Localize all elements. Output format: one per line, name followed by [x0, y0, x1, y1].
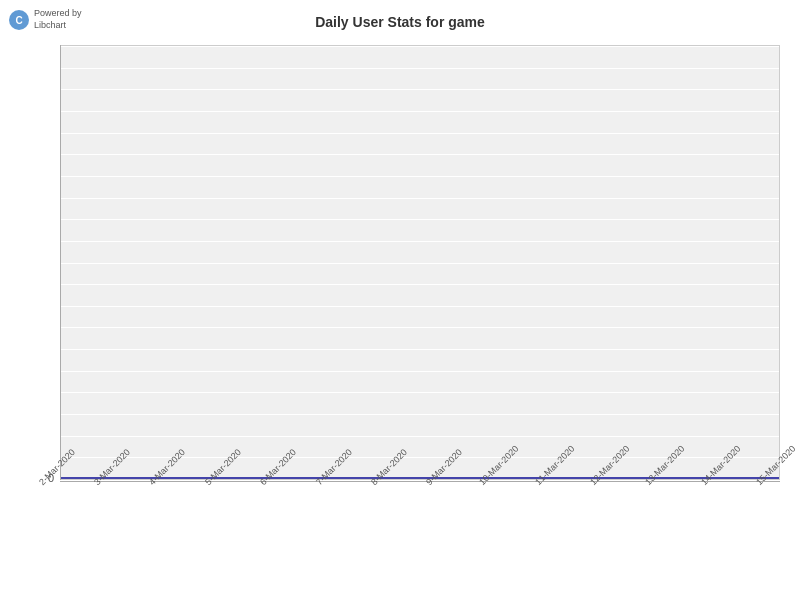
x-axis-labels: 2-Mar-20203-Mar-20204-Mar-20205-Mar-2020…: [60, 480, 780, 590]
grid-line: [61, 46, 779, 47]
grid-line: [61, 176, 779, 177]
grid-line: [61, 284, 779, 285]
grid-line: [61, 68, 779, 69]
grid-line: [61, 392, 779, 393]
grid-line: [61, 89, 779, 90]
grid-line: [61, 436, 779, 437]
grid-line: [61, 263, 779, 264]
grid-line: [61, 414, 779, 415]
grid-line: [61, 306, 779, 307]
y-axis: [60, 45, 61, 480]
grid-line: [61, 154, 779, 155]
grid-line: [61, 327, 779, 328]
data-line: [61, 477, 779, 479]
grid-line: [61, 241, 779, 242]
grid-line: [61, 349, 779, 350]
grid-line: [61, 371, 779, 372]
chart-container: C Powered by Libchart Daily User Stats f…: [0, 0, 800, 600]
grid-line: [61, 111, 779, 112]
chart-title: Daily User Stats for game: [0, 14, 800, 30]
grid-line: [61, 133, 779, 134]
chart-area: [60, 45, 780, 480]
grid-line: [61, 198, 779, 199]
grid-line: [61, 219, 779, 220]
